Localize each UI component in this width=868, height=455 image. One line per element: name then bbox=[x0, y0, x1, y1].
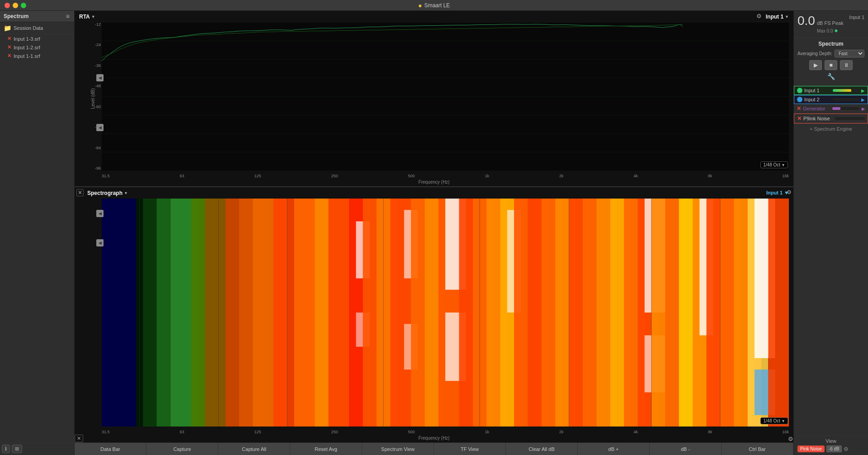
channel-input2[interactable]: Input 2 ▶ bbox=[794, 95, 868, 104]
channel-pinknoise[interactable]: ✕ P9ink Noise bbox=[794, 114, 868, 123]
spectro-settings-button[interactable]: ⚙ bbox=[787, 189, 792, 195]
channel-name-input1: Input 1 bbox=[804, 88, 831, 93]
view-label: View bbox=[797, 438, 864, 444]
spectro-x-axis-ticks: 31.5 63 125 250 500 1k 2k 4k 8k 16k bbox=[102, 430, 789, 434]
pink-noise-button[interactable]: Pink Noise bbox=[797, 446, 825, 452]
toolbar-databar-button[interactable]: Data Bar bbox=[75, 443, 146, 455]
wrench-row: 🔧 bbox=[797, 73, 864, 80]
level-value: 0.0 bbox=[797, 14, 815, 27]
folder-icon: 📁 bbox=[4, 24, 11, 32]
spectro-scroll-handle-top[interactable] bbox=[96, 210, 104, 217]
app-title: ● Smaart LE bbox=[418, 2, 450, 9]
sidebar-header: Spectrum ≡ bbox=[0, 11, 74, 22]
spectro-canvas bbox=[102, 199, 789, 427]
toolbar-spectrumview-button[interactable]: Spectrum View bbox=[362, 443, 434, 455]
spectro-panel: ✕ Spectrograph ▼ Input 1 ▼ ⚙ bbox=[75, 187, 793, 442]
minimize-button[interactable] bbox=[13, 3, 18, 8]
level-section: 0.0 dB FS Peak Max 0.0 ● Input 1 bbox=[794, 11, 868, 38]
channel-dot-input2 bbox=[797, 97, 802, 102]
spectro-scroll-handle-mid[interactable] bbox=[96, 239, 104, 246]
transport-pause-button[interactable]: ⏸ bbox=[840, 60, 853, 70]
transport-stop-button[interactable]: ■ bbox=[825, 60, 837, 70]
channel-generator[interactable]: ✕ Generator ▶ bbox=[794, 104, 868, 114]
toolbar-dbminus-button[interactable]: dB - bbox=[650, 443, 722, 455]
channel-x-generator: ✕ bbox=[797, 105, 801, 112]
scroll-handle-top[interactable] bbox=[96, 74, 104, 81]
channel-arrow-input2[interactable]: ▶ bbox=[861, 97, 865, 102]
spectro-resolution-badge[interactable]: 1/48 Oct ▼ bbox=[760, 417, 788, 424]
channel-name-generator: Generator bbox=[803, 106, 830, 111]
sidebar-title: Spectrum bbox=[4, 13, 28, 19]
toolbar-clearalldB-button[interactable]: Clear All dB bbox=[506, 443, 578, 455]
channel-arrow-generator[interactable]: ▶ bbox=[862, 106, 865, 111]
rta-input-selector[interactable]: Input 1 ▼ bbox=[766, 14, 789, 20]
svg-rect-7 bbox=[102, 199, 136, 427]
rta-canvas bbox=[102, 22, 789, 171]
sidebar-menu-button[interactable]: ≡ bbox=[65, 13, 71, 20]
svg-rect-4 bbox=[102, 22, 789, 171]
toolbar-capture-button[interactable]: Capture bbox=[146, 443, 218, 455]
toolbar-dbplus-button[interactable]: dB + bbox=[578, 443, 650, 455]
toolbar-tfview-button[interactable]: TF View bbox=[434, 443, 506, 455]
rta-settings-button[interactable]: ⚙ bbox=[756, 13, 762, 19]
channel-bar-input2 bbox=[833, 98, 859, 101]
spectro-bottom-settings-button[interactable]: ⚙ bbox=[788, 436, 793, 442]
spectro-y-axis-ticks bbox=[92, 199, 101, 427]
sidebar-item-1[interactable]: ✕ Input 1-3.srf bbox=[0, 34, 74, 43]
transport-row: ▶ ■ ⏸ bbox=[797, 60, 864, 70]
view-section: View Pink Noise -6 dB ⚙ bbox=[794, 435, 868, 455]
channel-bar-input1 bbox=[833, 89, 859, 92]
maximize-button[interactable] bbox=[21, 3, 26, 8]
main-layout: Spectrum ≡ 📁 Session Data ✕ Input 1-3.sr… bbox=[0, 11, 868, 455]
wrench-button[interactable]: 🔧 bbox=[827, 73, 835, 80]
db-badge: -6 dB bbox=[826, 446, 842, 452]
spectro-bottom-close-button[interactable]: ✕ bbox=[75, 435, 83, 442]
channel-arrow-input1[interactable]: ▶ bbox=[861, 88, 865, 93]
session-label: 📁 Session Data bbox=[0, 22, 74, 34]
pink-noise-row: Pink Noise -6 dB ⚙ bbox=[797, 446, 864, 452]
rta-panel: RTA ▼ Input 1 ▼ ⚙ Level (dB) -12 -24 -36… bbox=[75, 11, 793, 187]
rta-x-axis-ticks: 31.5 63 125 250 500 1k 2k 4k 8k 16k bbox=[102, 174, 789, 178]
channel-name-input2: Input 2 bbox=[804, 97, 831, 102]
toolbar-captureall-button[interactable]: Capture All bbox=[218, 443, 290, 455]
spectro-input-selector[interactable]: Input 1 ▼ bbox=[766, 190, 789, 195]
channel-input1[interactable]: Input 1 ▶ bbox=[794, 86, 868, 95]
bottom-toolbar: Data Bar Capture Capture All Reset Avg S… bbox=[75, 442, 793, 455]
avg-depth-row: Averaging Depth: Fast Medium Slow bbox=[797, 50, 864, 57]
channel-x-pinknoise: ✕ bbox=[797, 115, 802, 122]
traffic-lights bbox=[5, 3, 26, 8]
svg-rect-62 bbox=[768, 199, 789, 427]
sidebar: Spectrum ≡ 📁 Session Data ✕ Input 1-3.sr… bbox=[0, 11, 75, 455]
scroll-handle-bottom[interactable] bbox=[96, 124, 104, 131]
sidebar-add-button[interactable]: ⊞ bbox=[12, 445, 22, 453]
rta-resolution-badge[interactable]: 1/48 Oct ▼ bbox=[760, 161, 788, 168]
spectro-close-button[interactable]: ✕ bbox=[76, 189, 84, 196]
toolbar-resetavg-button[interactable]: Reset Avg bbox=[290, 443, 362, 455]
avg-depth-select[interactable]: Fast Medium Slow bbox=[835, 50, 864, 57]
toolbar-ctrlbar-button[interactable]: Ctrl Bar bbox=[722, 443, 793, 455]
rta-header: RTA ▼ bbox=[79, 14, 95, 20]
sidebar-item-2[interactable]: ✕ Input 1-2.srf bbox=[0, 43, 74, 52]
spectrum-section-title: Spectrum bbox=[797, 41, 864, 47]
add-engine-button[interactable]: + Spectrum Engine bbox=[794, 123, 868, 134]
level-unit: dB FS Peak Max 0.0 ● bbox=[817, 20, 844, 34]
sidebar-info-button[interactable]: ℹ bbox=[2, 445, 10, 453]
file-icon-1: ✕ bbox=[7, 36, 11, 42]
spectro-header: Spectrograph ▼ bbox=[87, 190, 128, 196]
channel-bar-pinknoise bbox=[835, 117, 865, 120]
max-dot: ● bbox=[834, 27, 838, 34]
channel-bar-fill-generator bbox=[832, 107, 840, 110]
titlebar: ● Smaart LE bbox=[0, 0, 868, 11]
channel-bar-fill-input1 bbox=[833, 89, 851, 92]
transport-play-button[interactable]: ▶ bbox=[809, 60, 822, 70]
spectro-svg bbox=[102, 199, 789, 427]
rta-dropdown-arrow: ▼ bbox=[91, 14, 95, 19]
close-button[interactable] bbox=[5, 3, 10, 8]
view-settings-button[interactable]: ⚙ bbox=[844, 446, 849, 452]
spectro-x-axis-label: Frequency (Hz) bbox=[419, 436, 450, 441]
file-icon-2: ✕ bbox=[7, 44, 11, 50]
channel-name-pinknoise: P9ink Noise bbox=[803, 116, 833, 121]
sidebar-item-3[interactable]: ✕ Input 1-1.srf bbox=[0, 52, 74, 60]
y-axis-ticks: -12 -24 -36 -48 -60 -72 -84 -96 bbox=[92, 22, 101, 171]
right-panel: 0.0 dB FS Peak Max 0.0 ● Input 1 Spectru… bbox=[793, 11, 868, 455]
